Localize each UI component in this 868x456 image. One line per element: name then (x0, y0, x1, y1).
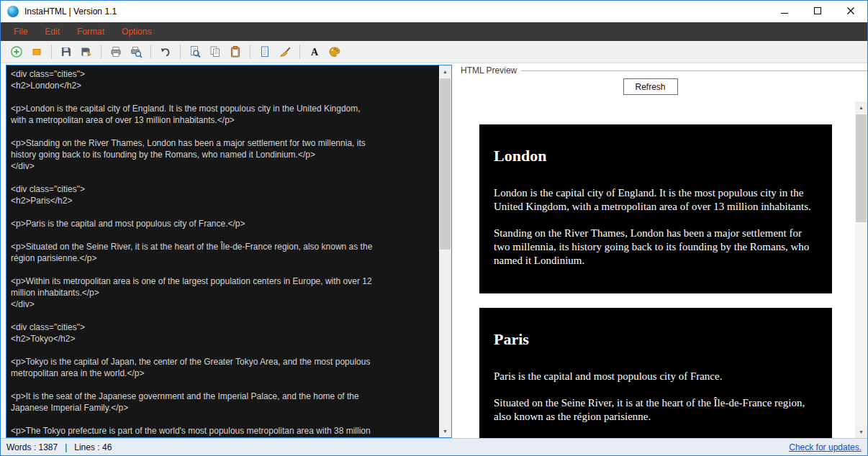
close-button[interactable] (834, 1, 867, 22)
save-icon (60, 45, 73, 58)
menu-edit[interactable]: Edit (36, 22, 68, 41)
undo-button[interactable] (155, 42, 176, 61)
open-button[interactable] (27, 42, 47, 61)
toolbar-separator (180, 45, 181, 59)
scroll-up-icon[interactable]: ▲ (439, 65, 451, 78)
preview-card-title: London (494, 146, 818, 166)
refresh-button[interactable]: Refresh (623, 78, 678, 95)
app-icon (7, 6, 19, 17)
preview-header: HTML Preview (461, 65, 867, 76)
preview-scrollbar[interactable]: ▲ ▼ (855, 101, 867, 438)
code-editor-panel: <div class="cities"> <h2>London</h2> <p>… (6, 65, 452, 438)
preview-card-paris: Paris Paris is the capital and most popu… (479, 308, 832, 438)
print-preview-button[interactable] (126, 42, 146, 61)
paste-icon (229, 45, 242, 58)
toolbar-separator (101, 45, 101, 59)
preview-paragraph: Standing on the River Thames, London has… (494, 227, 818, 268)
save-as-icon (80, 45, 93, 58)
print-button[interactable] (106, 42, 126, 61)
close-icon (847, 5, 855, 18)
color-palette-icon (328, 45, 341, 58)
find-button[interactable] (185, 42, 205, 61)
font-button[interactable]: A (304, 42, 325, 61)
document-icon (258, 45, 271, 58)
editor-scrollbar-thumb[interactable] (440, 78, 451, 250)
window-controls (768, 1, 867, 22)
main-area: <div class="cities"> <h2>London</h2> <p>… (1, 63, 867, 438)
open-icon (30, 45, 43, 58)
minimize-icon (781, 5, 789, 18)
maximize-button[interactable] (801, 1, 834, 22)
window-title: InstaHTML | Version 1.1 (24, 6, 117, 17)
maximize-icon (814, 5, 822, 18)
toolbar-separator (299, 45, 300, 59)
check-updates-link[interactable]: Check for updates. (789, 442, 862, 452)
title-bar: InstaHTML | Version 1.1 (1, 1, 867, 22)
brush-icon (279, 45, 291, 58)
minimize-button[interactable] (768, 1, 801, 22)
paste-button[interactable] (225, 42, 245, 61)
menu-file[interactable]: File (5, 22, 36, 41)
menu-format[interactable]: Format (68, 22, 113, 41)
svg-text:A: A (311, 47, 319, 58)
scroll-up-icon[interactable]: ▲ (855, 101, 867, 114)
scroll-down-icon[interactable]: ▼ (855, 426, 867, 438)
preview-paragraph: Paris is the capital and most populous c… (494, 370, 818, 383)
preview-scrollbar-thumb[interactable] (856, 114, 867, 222)
preview-card-london: London London is the capital city of Eng… (479, 124, 832, 293)
copy-button[interactable] (205, 42, 225, 61)
html-preview-panel: HTML Preview Refresh London London is th… (458, 63, 867, 438)
scroll-down-icon[interactable]: ▼ (439, 425, 451, 437)
word-count: Words : 1387 (6, 442, 58, 452)
status-bar: Words : 1387 | Lines : 46 Check for upda… (1, 438, 867, 455)
code-editor[interactable]: <div class="cities"> <h2>London</h2> <p>… (6, 65, 439, 437)
menu-options[interactable]: Options (113, 22, 160, 41)
toolbar-separator (250, 45, 250, 59)
save-button[interactable] (56, 42, 76, 61)
preview-content: London London is the capital city of Eng… (479, 124, 832, 438)
font-icon: A (308, 45, 321, 58)
undo-icon (159, 45, 172, 58)
menu-bar: File Edit Format Options (1, 22, 867, 41)
preview-label: HTML Preview (461, 65, 517, 76)
editor-scrollbar[interactable]: ▲ ▼ (439, 65, 451, 437)
line-count: Lines : 46 (74, 442, 112, 452)
document-button[interactable] (255, 42, 275, 61)
new-document-button[interactable] (6, 42, 27, 61)
toolbar-separator (150, 45, 151, 59)
toolbar: A (1, 41, 867, 63)
print-preview-icon (130, 45, 143, 58)
brush-button[interactable] (275, 42, 295, 61)
new-document-icon (10, 45, 23, 58)
preview-paragraph: Situated on the Seine River, it is at th… (494, 396, 818, 424)
status-separator: | (65, 442, 67, 452)
preview-header-line (521, 70, 867, 71)
preview-card-title: Paris (494, 329, 818, 350)
find-icon (189, 45, 202, 58)
preview-paragraph: London is the capital city of England. I… (494, 186, 818, 214)
print-icon (109, 45, 122, 58)
toolbar-separator (51, 45, 52, 59)
save-as-button[interactable] (76, 42, 96, 61)
copy-icon (209, 45, 222, 58)
color-button[interactable] (325, 42, 345, 61)
